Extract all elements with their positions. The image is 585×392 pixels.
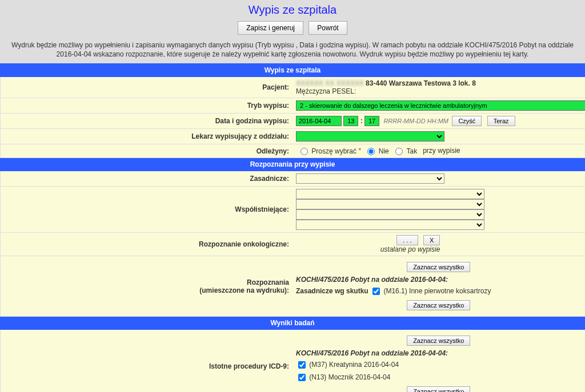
label-odlezyny: Odleżyny: xyxy=(1,144,293,158)
onkol-dots-button[interactable]: . . . xyxy=(396,235,418,245)
patient-name-blurred: XXXXXX XX XXXXXX xyxy=(296,79,364,87)
field-icd9: Zaznacz wszystko KOCHI/475/2016 Pobyt na… xyxy=(292,330,585,392)
back-button[interactable]: Powrót xyxy=(308,21,347,35)
label-pacjent: Pacjent: xyxy=(1,77,293,98)
clear-date-button[interactable]: Czyść xyxy=(452,116,482,126)
field-zasadnicze xyxy=(292,171,585,187)
label-lekarz: Lekarz wypisujący z oddziału: xyxy=(1,129,293,144)
onkol-note: ustalane po wypisie xyxy=(296,245,524,253)
icd9-checkbox-1[interactable] xyxy=(298,374,306,381)
section-header-rozpoznania: Rozpoznania przy wypisie xyxy=(1,158,585,171)
odlezyny-radio-choose[interactable] xyxy=(300,148,308,155)
zasadnicze-select[interactable] xyxy=(296,173,444,184)
select-all-icd9-bottom[interactable]: Zaznacz wszystko xyxy=(407,386,470,392)
select-all-icd9-top[interactable]: Zaznacz wszystko xyxy=(407,336,470,346)
zasadnicze-code-text: (M16.1) Inne pierwotne koksartrozy xyxy=(383,287,491,295)
intro-text: Wydruk będzie możliwy po wypełnieniu i z… xyxy=(0,41,585,63)
now-button[interactable]: Teraz xyxy=(487,116,515,126)
icd9-checkbox-0[interactable] xyxy=(298,361,306,369)
label-wspolistniejace: Współistniejące: xyxy=(1,187,293,233)
field-onkol: . . . X ustalane po wypisie xyxy=(292,233,585,256)
tryb-select[interactable]: 2 - skierowanie do dalszego leczenia w l… xyxy=(296,100,585,111)
section-header-rozpoznania-text: Rozpoznania przy wypisie xyxy=(1,158,585,171)
date-hint: RRRR-MM-DD HH:MM xyxy=(383,118,448,124)
odlezyny-suffix: przy wypisie xyxy=(423,147,460,155)
page-title: Wypis ze szpitala xyxy=(0,3,585,17)
wspolistniejace-select-3[interactable] xyxy=(296,209,484,220)
label-rozp-wydruk: Rozpoznania (umieszczone na wydruku): xyxy=(1,256,293,317)
field-odlezyny: Proszę wybrać * Nie Tak przy wypisie xyxy=(292,144,585,158)
form-table: Wypis ze szpitala Pacjent: XXXXXX XX XXX… xyxy=(0,63,585,392)
zasadnicze-wg-label: Zasadnicze wg skutku xyxy=(296,287,368,295)
section-header-wypis: Wypis ze szpitala xyxy=(1,64,585,77)
save-generate-button[interactable]: Zapisz i generuj xyxy=(238,21,303,35)
date-mm-input[interactable] xyxy=(364,116,379,126)
field-wspolistniejace xyxy=(292,187,585,233)
field-lekarz xyxy=(292,129,585,144)
label-onkol: Rozpoznanie onkologiczne: xyxy=(1,233,293,256)
icd9-item-1: (N13) Mocznik 2016-04-04 xyxy=(309,373,390,381)
required-star: * xyxy=(358,147,361,155)
label-tryb: Tryb wypisu: xyxy=(1,98,293,114)
date-ymd-input[interactable] xyxy=(296,116,342,126)
label-data: Data i godzina wypisu: xyxy=(1,114,293,129)
odlezyny-radio-yes[interactable] xyxy=(395,148,403,155)
label-icd9: Istotne procedury ICD-9: xyxy=(1,330,293,392)
field-rozp-wydruk: Zaznacz wszystko KOCHI/475/2016 Pobyt na… xyxy=(292,256,585,317)
label-zasadnicze: Zasadnicze: xyxy=(1,171,293,187)
top-button-bar: Zapisz i generuj Powrót xyxy=(0,21,585,35)
odlezyny-choose-label: Proszę wybrać xyxy=(311,147,356,155)
wspolistniejace-select-2[interactable] xyxy=(296,199,484,209)
stay-header-rozp: KOCHI/475/2016 Pobyt na oddziale 2016-04… xyxy=(296,276,582,284)
field-pacjent: XXXXXX XX XXXXXX 83-440 Warszawa Testowa… xyxy=(292,77,585,98)
stay-header-icd9: KOCHI/475/2016 Pobyt na oddziale 2016-04… xyxy=(296,349,582,357)
odlezyny-yes-label: Tak xyxy=(406,147,417,155)
odlezyny-no-label: Nie xyxy=(379,147,389,155)
wspolistniejace-select-1[interactable] xyxy=(296,189,484,199)
patient-extra: Mężczyzna PESEL: xyxy=(296,87,356,95)
field-tryb: 2 - skierowanie do dalszego leczenia w l… xyxy=(292,98,585,114)
select-all-rozp-bottom[interactable]: Zaznacz wszystko xyxy=(407,300,470,310)
section-header-wypis-text: Wypis ze szpitala xyxy=(1,64,585,77)
select-all-rozp-top[interactable]: Zaznacz wszystko xyxy=(407,262,470,272)
lekarz-select[interactable] xyxy=(296,131,444,142)
time-sep: : xyxy=(360,117,363,125)
section-header-wyniki-text: Wyniki badań xyxy=(1,317,585,330)
odlezyny-radio-no[interactable] xyxy=(367,148,375,155)
onkol-x-button[interactable]: X xyxy=(423,235,440,245)
zasadnicze-checkbox[interactable] xyxy=(372,288,380,295)
icd9-item-0: (M37) Kreatynina 2016-04-04 xyxy=(309,361,399,369)
field-data: : RRRR-MM-DD HH:MM Czyść Teraz xyxy=(292,114,585,129)
wspolistniejace-select-4[interactable] xyxy=(296,220,484,230)
section-header-wyniki: Wyniki badań xyxy=(1,317,585,330)
patient-address: 83-440 Warszawa Testowa 3 lok. 8 xyxy=(366,79,476,87)
date-hh-input[interactable] xyxy=(343,116,358,126)
